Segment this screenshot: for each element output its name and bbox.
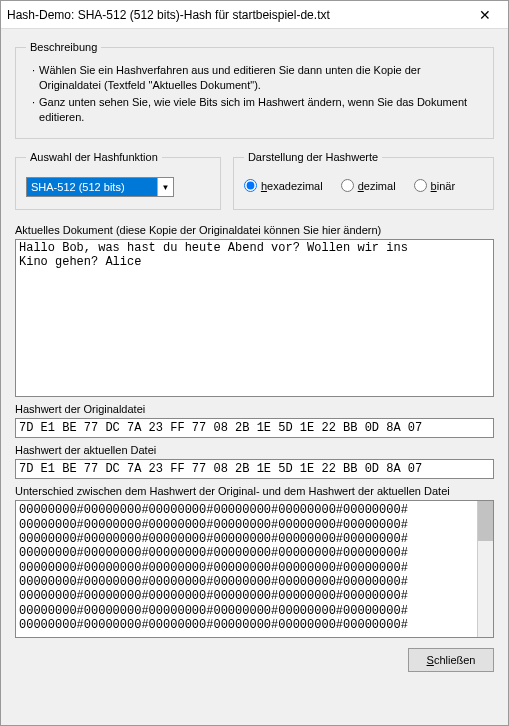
scrollbar-thumb[interactable] xyxy=(478,501,493,541)
content: Beschreibung Wählen Sie ein Hashverfahre… xyxy=(1,29,508,725)
dialog: Hash-Demo: SHA-512 (512 bits)-Hash für s… xyxy=(0,0,509,726)
radio-decimal[interactable]: dezimal xyxy=(341,179,396,192)
representation-group: Darstellung der Hashwerte hexadezimal de… xyxy=(233,151,494,210)
hash-select-legend: Auswahl der Hashfunktion xyxy=(26,151,162,163)
radio-bin-input[interactable] xyxy=(414,179,427,192)
window-title: Hash-Demo: SHA-512 (512 bits)-Hash für s… xyxy=(7,8,464,22)
radio-hex-input[interactable] xyxy=(244,179,257,192)
diff-textarea[interactable]: 00000000#00000000#00000000#00000000#0000… xyxy=(15,500,494,638)
description-group: Beschreibung Wählen Sie ein Hashverfahre… xyxy=(15,41,494,139)
hash-select-group: Auswahl der Hashfunktion SHA-512 (512 bi… xyxy=(15,151,221,210)
diff-text: 00000000#00000000#00000000#00000000#0000… xyxy=(16,501,477,637)
current-hash-field[interactable]: 7D E1 BE 77 DC 7A 23 FF 77 08 2B 1E 5D 1… xyxy=(15,459,494,479)
current-doc-label: Aktuelles Dokument (diese Kopie der Orig… xyxy=(15,224,494,236)
description-item: Ganz unten sehen Sie, wie viele Bits sic… xyxy=(32,95,483,125)
orig-hash-field[interactable]: 7D E1 BE 77 DC 7A 23 FF 77 08 2B 1E 5D 1… xyxy=(15,418,494,438)
scrollbar[interactable] xyxy=(477,501,493,637)
radio-dec-input[interactable] xyxy=(341,179,354,192)
diff-label: Unterschied zwischen dem Hashwert der Or… xyxy=(15,485,494,497)
radio-binary[interactable]: binär xyxy=(414,179,455,192)
close-icon[interactable]: ✕ xyxy=(464,2,506,28)
chevron-down-icon: ▼ xyxy=(157,178,173,196)
hash-function-combobox[interactable]: SHA-512 (512 bits) ▼ xyxy=(26,177,174,197)
current-hash-label: Hashwert der aktuellen Datei xyxy=(15,444,494,456)
orig-hash-label: Hashwert der Originaldatei xyxy=(15,403,494,415)
representation-legend: Darstellung der Hashwerte xyxy=(244,151,382,163)
radio-hexadecimal[interactable]: hexadezimal xyxy=(244,179,323,192)
description-list: Wählen Sie ein Hashverfahren aus und edi… xyxy=(32,63,483,124)
titlebar: Hash-Demo: SHA-512 (512 bits)-Hash für s… xyxy=(1,1,508,29)
current-doc-textarea[interactable] xyxy=(15,239,494,397)
close-button[interactable]: Schließen xyxy=(408,648,494,672)
description-legend: Beschreibung xyxy=(26,41,101,53)
hash-function-selected: SHA-512 (512 bits) xyxy=(27,178,157,196)
description-item: Wählen Sie ein Hashverfahren aus und edi… xyxy=(32,63,483,93)
